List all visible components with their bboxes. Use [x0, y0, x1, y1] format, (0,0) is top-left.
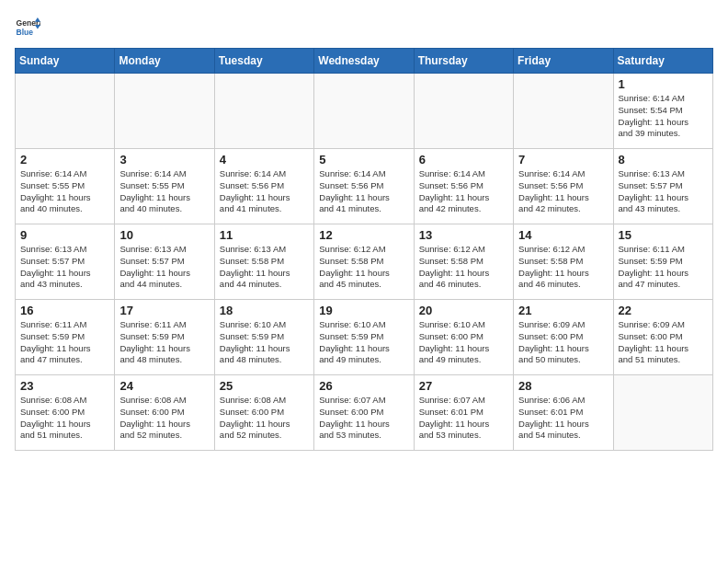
calendar-cell: 7Sunrise: 6:14 AM Sunset: 5:56 PM Daylig… [514, 149, 613, 224]
day-number: 25 [220, 379, 309, 393]
calendar-cell: 1Sunrise: 6:14 AM Sunset: 5:54 PM Daylig… [613, 74, 712, 149]
logo: General Blue [15, 15, 44, 40]
day-info: Sunrise: 6:13 AM Sunset: 5:57 PM Dayligh… [119, 244, 209, 291]
day-info: Sunrise: 6:14 AM Sunset: 5:54 PM Dayligh… [619, 93, 708, 140]
calendar-cell: 11Sunrise: 6:13 AM Sunset: 5:58 PM Dayli… [214, 224, 313, 300]
day-number: 21 [518, 304, 608, 317]
day-info: Sunrise: 6:12 AM Sunset: 5:58 PM Dayligh… [518, 244, 608, 291]
calendar-cell: 16Sunrise: 6:11 AM Sunset: 5:59 PM Dayli… [16, 300, 115, 375]
day-info: Sunrise: 6:07 AM Sunset: 6:00 PM Dayligh… [319, 395, 408, 442]
day-number: 8 [619, 153, 708, 167]
day-number: 16 [20, 304, 109, 317]
calendar-cell: 27Sunrise: 6:07 AM Sunset: 6:01 PM Dayli… [414, 375, 513, 451]
day-number: 26 [319, 379, 408, 393]
calendar-cell [16, 74, 115, 149]
weekday-header-saturday: Saturday [613, 49, 712, 74]
calendar-week-row: 16Sunrise: 6:11 AM Sunset: 5:59 PM Dayli… [16, 300, 713, 375]
calendar-cell: 28Sunrise: 6:06 AM Sunset: 6:01 PM Dayli… [514, 375, 613, 451]
weekday-header-sunday: Sunday [16, 49, 115, 74]
day-info: Sunrise: 6:14 AM Sunset: 5:55 PM Dayligh… [20, 168, 109, 215]
day-info: Sunrise: 6:14 AM Sunset: 5:56 PM Dayligh… [220, 168, 309, 215]
calendar-cell: 19Sunrise: 6:10 AM Sunset: 5:59 PM Dayli… [314, 300, 414, 375]
calendar-cell: 15Sunrise: 6:11 AM Sunset: 5:59 PM Dayli… [613, 224, 712, 300]
calendar-week-row: 1Sunrise: 6:14 AM Sunset: 5:54 PM Daylig… [16, 74, 713, 149]
day-info: Sunrise: 6:11 AM Sunset: 5:59 PM Dayligh… [20, 319, 109, 366]
day-info: Sunrise: 6:11 AM Sunset: 5:59 PM Dayligh… [619, 244, 708, 291]
day-number: 24 [119, 379, 209, 393]
calendar-cell: 18Sunrise: 6:10 AM Sunset: 5:59 PM Dayli… [214, 300, 313, 375]
calendar-cell [414, 74, 513, 149]
calendar-cell: 26Sunrise: 6:07 AM Sunset: 6:00 PM Dayli… [314, 375, 414, 451]
calendar-table: SundayMondayTuesdayWednesdayThursdayFrid… [15, 48, 713, 451]
calendar-cell: 17Sunrise: 6:11 AM Sunset: 5:59 PM Dayli… [115, 300, 214, 375]
calendar-cell: 4Sunrise: 6:14 AM Sunset: 5:56 PM Daylig… [214, 149, 313, 224]
weekday-header-thursday: Thursday [414, 49, 513, 74]
weekday-header-friday: Friday [514, 49, 613, 74]
day-number: 12 [319, 228, 408, 242]
calendar-week-row: 2Sunrise: 6:14 AM Sunset: 5:55 PM Daylig… [16, 149, 713, 224]
day-number: 18 [220, 304, 309, 317]
day-info: Sunrise: 6:14 AM Sunset: 5:55 PM Dayligh… [119, 168, 209, 215]
day-info: Sunrise: 6:14 AM Sunset: 5:56 PM Dayligh… [518, 168, 608, 215]
day-number: 27 [419, 379, 508, 393]
calendar-cell [314, 74, 414, 149]
day-info: Sunrise: 6:08 AM Sunset: 6:00 PM Dayligh… [220, 395, 309, 442]
day-info: Sunrise: 6:08 AM Sunset: 6:00 PM Dayligh… [20, 395, 109, 442]
calendar-cell: 2Sunrise: 6:14 AM Sunset: 5:55 PM Daylig… [16, 149, 115, 224]
calendar-cell: 12Sunrise: 6:12 AM Sunset: 5:58 PM Dayli… [314, 224, 414, 300]
calendar-cell: 22Sunrise: 6:09 AM Sunset: 6:00 PM Dayli… [613, 300, 712, 375]
day-number: 5 [319, 153, 408, 167]
calendar-cell: 24Sunrise: 6:08 AM Sunset: 6:00 PM Dayli… [115, 375, 214, 451]
calendar-cell: 20Sunrise: 6:10 AM Sunset: 6:00 PM Dayli… [414, 300, 513, 375]
calendar-cell: 25Sunrise: 6:08 AM Sunset: 6:00 PM Dayli… [214, 375, 313, 451]
calendar-cell: 6Sunrise: 6:14 AM Sunset: 5:56 PM Daylig… [414, 149, 513, 224]
day-number: 6 [419, 153, 508, 167]
day-number: 11 [220, 228, 309, 242]
day-info: Sunrise: 6:09 AM Sunset: 6:00 PM Dayligh… [619, 319, 708, 366]
day-number: 15 [619, 228, 708, 242]
calendar-cell [214, 74, 313, 149]
day-info: Sunrise: 6:11 AM Sunset: 5:59 PM Dayligh… [119, 319, 209, 366]
calendar-cell: 13Sunrise: 6:12 AM Sunset: 5:58 PM Dayli… [414, 224, 513, 300]
weekday-header-row: SundayMondayTuesdayWednesdayThursdayFrid… [16, 49, 713, 74]
day-info: Sunrise: 6:13 AM Sunset: 5:57 PM Dayligh… [619, 168, 708, 215]
day-info: Sunrise: 6:12 AM Sunset: 5:58 PM Dayligh… [319, 244, 408, 291]
weekday-header-monday: Monday [115, 49, 214, 74]
calendar-cell: 23Sunrise: 6:08 AM Sunset: 6:00 PM Dayli… [16, 375, 115, 451]
calendar-week-row: 23Sunrise: 6:08 AM Sunset: 6:00 PM Dayli… [16, 375, 713, 451]
day-info: Sunrise: 6:09 AM Sunset: 6:00 PM Dayligh… [518, 319, 608, 366]
day-info: Sunrise: 6:14 AM Sunset: 5:56 PM Dayligh… [319, 168, 408, 215]
day-info: Sunrise: 6:07 AM Sunset: 6:01 PM Dayligh… [419, 395, 508, 442]
svg-text:Blue: Blue [17, 28, 34, 37]
day-info: Sunrise: 6:10 AM Sunset: 5:59 PM Dayligh… [220, 319, 309, 366]
calendar-cell: 14Sunrise: 6:12 AM Sunset: 5:58 PM Dayli… [514, 224, 613, 300]
weekday-header-wednesday: Wednesday [314, 49, 414, 74]
calendar-cell: 21Sunrise: 6:09 AM Sunset: 6:00 PM Dayli… [514, 300, 613, 375]
day-number: 7 [518, 153, 608, 167]
day-number: 17 [119, 304, 209, 317]
logo-icon: General Blue [15, 15, 40, 40]
day-number: 28 [518, 379, 608, 393]
day-number: 9 [20, 228, 109, 242]
day-info: Sunrise: 6:14 AM Sunset: 5:56 PM Dayligh… [419, 168, 508, 215]
calendar-cell: 10Sunrise: 6:13 AM Sunset: 5:57 PM Dayli… [115, 224, 214, 300]
day-info: Sunrise: 6:10 AM Sunset: 6:00 PM Dayligh… [419, 319, 508, 366]
day-info: Sunrise: 6:12 AM Sunset: 5:58 PM Dayligh… [419, 244, 508, 291]
day-number: 13 [419, 228, 508, 242]
calendar-cell: 9Sunrise: 6:13 AM Sunset: 5:57 PM Daylig… [16, 224, 115, 300]
day-number: 10 [119, 228, 209, 242]
page-header: General Blue [15, 15, 713, 40]
day-info: Sunrise: 6:10 AM Sunset: 5:59 PM Dayligh… [319, 319, 408, 366]
day-info: Sunrise: 6:13 AM Sunset: 5:58 PM Dayligh… [220, 244, 309, 291]
day-number: 20 [419, 304, 508, 317]
day-number: 23 [20, 379, 109, 393]
day-number: 22 [619, 304, 708, 317]
calendar-cell: 5Sunrise: 6:14 AM Sunset: 5:56 PM Daylig… [314, 149, 414, 224]
calendar-cell: 3Sunrise: 6:14 AM Sunset: 5:55 PM Daylig… [115, 149, 214, 224]
calendar-cell: 8Sunrise: 6:13 AM Sunset: 5:57 PM Daylig… [613, 149, 712, 224]
day-number: 3 [119, 153, 209, 167]
calendar-cell [613, 375, 712, 451]
day-number: 4 [220, 153, 309, 167]
weekday-header-tuesday: Tuesday [214, 49, 313, 74]
day-number: 19 [319, 304, 408, 317]
